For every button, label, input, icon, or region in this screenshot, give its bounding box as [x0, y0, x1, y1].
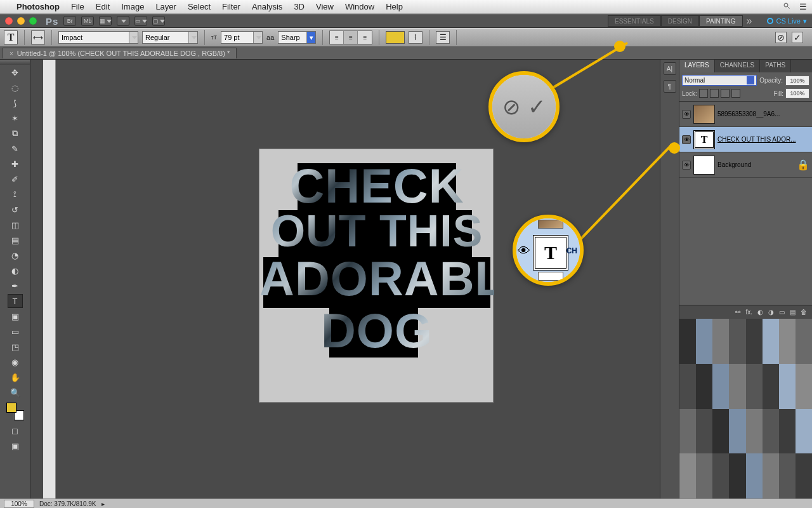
zoom-window-button[interactable]: [29, 17, 37, 25]
mask-icon[interactable]: ◐: [757, 309, 763, 316]
font-style-select[interactable]: [142, 31, 198, 44]
trash-icon[interactable]: 🗑: [801, 309, 807, 316]
visibility-toggle-icon[interactable]: 👁: [682, 135, 691, 144]
type-tool[interactable]: T: [8, 294, 23, 308]
close-tab-icon[interactable]: ×: [10, 50, 13, 57]
app-name[interactable]: Photoshop: [16, 2, 60, 11]
menu-3d[interactable]: 3D: [294, 2, 304, 11]
screen-mode-dropdown[interactable]: ▢: [152, 16, 165, 26]
lock-transparency-icon[interactable]: [699, 89, 708, 98]
layer-name[interactable]: Background: [717, 161, 794, 168]
font-size-select[interactable]: [221, 31, 263, 44]
cs-live-button[interactable]: CS Live▾: [767, 17, 807, 25]
character-panel-icon[interactable]: A|: [664, 62, 676, 75]
canvas-text-line-4[interactable]: DOG: [259, 309, 494, 352]
stamp-tool[interactable]: ⟟: [8, 187, 23, 201]
current-tool-preset[interactable]: T: [4, 30, 18, 44]
text-orientation-toggle[interactable]: ⟷T: [31, 30, 45, 44]
font-style-input[interactable]: [143, 32, 188, 43]
opacity-input[interactable]: 100%: [785, 76, 809, 86]
close-window-button[interactable]: [5, 17, 13, 25]
layer-thumbnail[interactable]: [693, 105, 715, 124]
workspace-painting[interactable]: PAINTING: [699, 15, 742, 27]
menu-analysis[interactable]: Analysis: [252, 2, 282, 11]
workspace-essentials[interactable]: ESSENTIALS: [608, 15, 661, 27]
minibridge-button[interactable]: Mb: [81, 16, 94, 26]
view-extras-dropdown[interactable]: ▦: [99, 16, 112, 26]
zoom-level-dropdown[interactable]: [117, 16, 129, 26]
menu-view[interactable]: View: [316, 2, 334, 11]
menu-window[interactable]: Window: [345, 2, 374, 11]
workspace-more-icon[interactable]: »: [743, 15, 756, 27]
menu-filter[interactable]: Filter: [222, 2, 240, 11]
gradient-tool[interactable]: ▤: [8, 233, 23, 247]
fill-input[interactable]: 100%: [785, 88, 809, 98]
blur-tool[interactable]: ◔: [8, 248, 23, 262]
fx-icon[interactable]: fx.: [745, 309, 752, 316]
brush-tool[interactable]: ✐: [8, 172, 23, 186]
screen-mode-toggle[interactable]: ▣: [8, 439, 23, 453]
canvas-text-line-1[interactable]: CHECK: [259, 164, 494, 208]
path-select-tool[interactable]: ▣: [8, 309, 23, 323]
3d-camera-tool[interactable]: ◉: [8, 355, 23, 369]
quick-select-tool[interactable]: ✶: [8, 111, 23, 125]
new-layer-icon[interactable]: ▤: [790, 309, 796, 316]
lock-all-icon[interactable]: [731, 89, 740, 98]
canvas-text-line-2[interactable]: OUT THIS: [259, 211, 494, 251]
canvas[interactable]: CHECK OUT THIS ADORABLE DOG: [56, 60, 660, 498]
paragraph-panel-icon[interactable]: ¶: [664, 80, 676, 93]
navigator-preview[interactable]: [679, 319, 812, 498]
menu-file[interactable]: File: [71, 2, 84, 11]
text-color-swatch[interactable]: [386, 31, 405, 44]
pen-tool[interactable]: ✒: [8, 279, 23, 293]
font-family-select[interactable]: [58, 31, 138, 44]
tab-paths[interactable]: PATHS: [760, 60, 791, 72]
anti-alias-select[interactable]: ▾: [278, 31, 316, 44]
group-icon[interactable]: ▭: [779, 309, 785, 316]
shape-tool[interactable]: ▭: [8, 324, 23, 338]
move-tool[interactable]: ✥: [8, 65, 23, 79]
menu-image[interactable]: Image: [121, 2, 144, 11]
arrange-docs-dropdown[interactable]: ▭: [134, 16, 147, 26]
zoom-percentage[interactable]: 100%: [4, 500, 34, 508]
link-layers-icon[interactable]: ⚯: [735, 309, 740, 316]
character-panel-button[interactable]: ☰: [436, 31, 450, 44]
anti-alias-input[interactable]: [278, 32, 306, 43]
vertical-ruler[interactable]: [43, 60, 56, 498]
hand-tool[interactable]: ✋: [8, 370, 23, 384]
warp-text-button[interactable]: ⌇: [409, 31, 422, 44]
tab-channels[interactable]: CHANNELS: [715, 60, 760, 72]
layer-row[interactable]: 👁 T CHECK OUT THIS ADOR...: [679, 127, 812, 152]
layer-thumbnail[interactable]: [693, 156, 715, 175]
eraser-tool[interactable]: ◫: [8, 218, 23, 232]
tab-layers[interactable]: LAYERS: [679, 60, 715, 72]
align-right-button[interactable]: ≡: [358, 31, 372, 44]
menu-help[interactable]: Help: [386, 2, 403, 11]
blend-mode-select[interactable]: Normal: [682, 75, 757, 86]
fg-bg-swatches[interactable]: [6, 403, 24, 420]
3d-tool[interactable]: ◳: [8, 340, 23, 354]
quick-mask-toggle[interactable]: ◻: [8, 424, 23, 438]
lock-position-icon[interactable]: [721, 89, 730, 98]
eyedropper-tool[interactable]: ✎: [8, 142, 23, 156]
dodge-tool[interactable]: ◐: [8, 264, 23, 277]
commit-edits-button[interactable]: ✓: [792, 32, 803, 43]
lock-pixels-icon[interactable]: [710, 89, 719, 98]
menu-edit[interactable]: Edit: [96, 2, 110, 11]
document-tab[interactable]: × Untitled-1 @ 100% (CHECK OUT THIS ADOR…: [3, 48, 237, 58]
marquee-tool[interactable]: ◌: [8, 81, 23, 95]
crop-tool[interactable]: ⧉: [8, 126, 23, 140]
fg-color-swatch[interactable]: [6, 403, 16, 413]
layer-row[interactable]: 👁 58956353308__9A6...: [679, 102, 812, 127]
zoom-tool[interactable]: 🔍: [8, 385, 23, 399]
layer-name[interactable]: 58956353308__9A6...: [717, 110, 809, 117]
font-family-input[interactable]: [59, 32, 129, 43]
cancel-edits-button[interactable]: ⊘: [775, 32, 787, 43]
healing-tool[interactable]: ✚: [8, 157, 23, 171]
font-size-input[interactable]: [221, 32, 253, 43]
canvas-text-line-3[interactable]: ADORABLE: [259, 257, 494, 300]
visibility-toggle-icon[interactable]: 👁: [682, 110, 691, 119]
align-left-button[interactable]: ≡: [330, 31, 344, 44]
visibility-toggle-icon[interactable]: 👁: [682, 161, 691, 170]
align-center-button[interactable]: ≡: [344, 31, 358, 44]
